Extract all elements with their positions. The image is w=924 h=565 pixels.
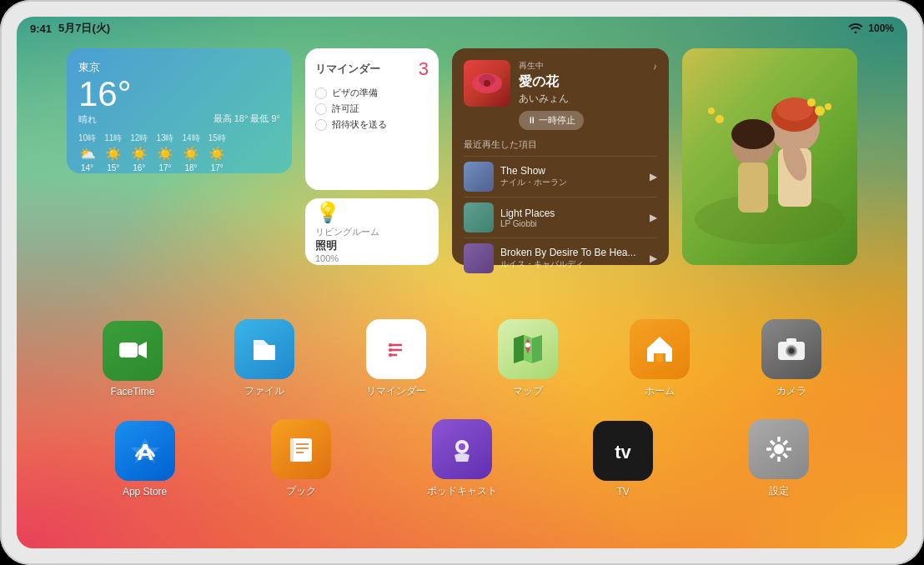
music-info: 再生中 ♪ 愛の花 あいみょん ⏸ 一時停止 (519, 60, 657, 130)
music-recent-info: Broken By Desire To Be Hea... ルイス・キャバルディ (500, 247, 643, 270)
reminder-item: 許可証 (315, 102, 429, 115)
app-icon-maps[interactable]: マップ (498, 319, 558, 398)
camera-label: カメラ (776, 384, 806, 398)
music-recent-info: Light Places LP Giobbi (500, 208, 643, 228)
svg-line-54 (771, 454, 775, 458)
music-item-play-button[interactable]: ▶ (650, 212, 657, 223)
photo-person (682, 48, 857, 265)
forecast-item: 13時 ☀️ 17° (156, 132, 173, 172)
svg-point-14 (825, 103, 831, 110)
music-recent-label: 最近再生した項目 (464, 138, 657, 151)
forecast-item: 12時 ☀️ 16° (130, 132, 148, 172)
books-label: ブック (286, 484, 316, 498)
appstore-icon: A (115, 421, 175, 481)
music-note-icon: ♪ (653, 62, 657, 71)
weather-forecast: 10時 ⛅ 14° 11時 ☀️ 15° 12時 ☀️ 16° 13時 ☀️ 1… (78, 132, 280, 172)
app-icon-podcasts[interactable]: ポッドキャスト (427, 419, 497, 498)
camera-icon (761, 319, 821, 379)
svg-line-53 (784, 441, 788, 445)
svg-rect-9 (738, 162, 768, 212)
music-recent-info: The Show ナイル・ホーラン (500, 165, 643, 188)
app-icon-appstore[interactable]: AApp Store (115, 421, 175, 498)
svg-text:tv: tv (615, 442, 631, 462)
light-name: 照明 (315, 238, 337, 253)
music-item-play-button[interactable]: ▶ (650, 252, 657, 264)
home-label: ホーム (645, 384, 675, 398)
battery-text: 100% (868, 22, 894, 34)
weather-city: 東京 (78, 60, 280, 75)
svg-point-16 (708, 108, 715, 114)
music-item-play-button[interactable]: ▶ (650, 171, 657, 182)
status-bar: 9:41 5月7日(火) 100% (17, 17, 907, 40)
app-icon-settings[interactable]: 設定 (749, 419, 809, 498)
bottom-app-row: AApp StoreブックポッドキャストtvTV設定 (67, 419, 857, 498)
music-pause-button[interactable]: ⏸ 一時停止 (519, 111, 584, 130)
svg-point-13 (807, 98, 816, 107)
files-label: ファイル (244, 384, 284, 398)
photo-widget[interactable] (682, 48, 857, 265)
forecast-item: 10時 ⛅ 14° (78, 132, 96, 172)
music-recent-item[interactable]: The Show ナイル・ホーラン ▶ (464, 156, 657, 197)
svg-point-24 (389, 343, 392, 347)
svg-point-26 (389, 353, 392, 357)
forecast-item: 15時 ☀️ 17° (208, 132, 226, 172)
app-icon-home[interactable]: ホーム (630, 319, 690, 398)
music-recent-thumb (464, 243, 494, 273)
reminders-label: リマインダー (366, 384, 426, 398)
svg-point-30 (525, 342, 530, 348)
music-recent-items: The Show ナイル・ホーラン ▶ Light Places LP Giob… (464, 156, 657, 278)
svg-point-35 (789, 348, 794, 353)
app-icon-reminders[interactable]: リマインダー (366, 319, 426, 398)
forecast-item: 11時 ☀️ 15° (104, 132, 122, 172)
settings-icon (749, 419, 809, 479)
app-icon-files[interactable]: ファイル (234, 319, 294, 398)
music-artist: あいみょん (519, 92, 657, 106)
music-recent-item[interactable]: Light Places LP Giobbi ▶ (464, 197, 657, 238)
svg-marker-19 (138, 342, 147, 358)
svg-rect-36 (786, 338, 796, 343)
home-icon (630, 319, 690, 379)
reminder-item: ビザの準備 (315, 87, 429, 99)
reminder-items: ビザの準備 許可証 招待状を送る (315, 87, 429, 131)
music-recent-item[interactable]: Broken By Desire To Be Hea... ルイス・キャバルディ… (464, 238, 657, 278)
maps-label: マップ (513, 384, 543, 398)
svg-rect-18 (119, 342, 138, 358)
books-icon (271, 419, 331, 479)
light-room: リビングルーム (315, 226, 379, 238)
podcasts-label: ポッドキャスト (427, 484, 497, 498)
svg-point-44 (459, 443, 465, 450)
forecast-item: 14時 ☀️ 18° (183, 132, 200, 172)
app-icon-tv[interactable]: tvTV (593, 421, 653, 498)
svg-point-10 (731, 119, 775, 149)
reminder-widget[interactable]: リマインダー 3 ビザの準備 許可証 招待状を送る (305, 48, 439, 190)
svg-point-46 (774, 444, 784, 454)
light-icon: 💡 (315, 201, 340, 224)
app-icon-camera[interactable]: カメラ (761, 319, 821, 398)
widgets-area: 東京 16° 晴れ 最高 18° 最低 9° 10時 ⛅ 14° 11時 ☀️ … (67, 48, 857, 265)
light-percent: 100% (315, 253, 339, 263)
podcasts-icon (432, 419, 492, 479)
appstore-label: App Store (123, 486, 167, 498)
svg-point-3 (695, 194, 845, 244)
app-icon-books[interactable]: ブック (271, 419, 331, 498)
svg-marker-28 (514, 335, 524, 363)
light-widget[interactable]: 💡 リビングルーム 照明 100% (305, 198, 439, 265)
status-date: 5月7日(火) (58, 21, 110, 36)
files-icon (234, 319, 294, 379)
top-app-row: FaceTimeファイルリマインダーマップホームカメラ (67, 319, 857, 398)
tv-label: TV (616, 486, 629, 498)
svg-point-15 (716, 115, 724, 123)
settings-label: 設定 (769, 484, 789, 498)
maps-icon (498, 319, 558, 379)
wifi-icon (848, 22, 863, 36)
screen: 9:41 5月7日(火) 100% 東京 16° (17, 17, 907, 548)
svg-point-2 (484, 80, 490, 87)
weather-widget[interactable]: 東京 16° 晴れ 最高 18° 最低 9° 10時 ⛅ 14° 11時 ☀️ … (67, 48, 292, 173)
weather-temp: 16° (78, 77, 280, 112)
reminders-icon (366, 319, 426, 379)
svg-line-51 (771, 441, 775, 445)
app-icon-facetime[interactable]: FaceTime (103, 321, 163, 398)
svg-rect-31 (656, 353, 663, 362)
music-widget[interactable]: 再生中 ♪ 愛の花 あいみょん ⏸ 一時停止 最近再生した項目 The Show… (452, 48, 669, 265)
music-recent-thumb (464, 202, 494, 232)
